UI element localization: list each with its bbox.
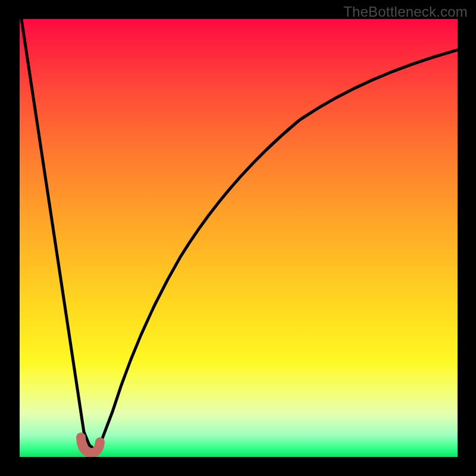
plot-area [20, 19, 458, 457]
bottleneck-curve [20, 19, 458, 457]
watermark-text: TheBottleneck.com [343, 4, 468, 20]
curve-path [21, 19, 458, 449]
chart-frame: TheBottleneck.com [0, 0, 476, 476]
